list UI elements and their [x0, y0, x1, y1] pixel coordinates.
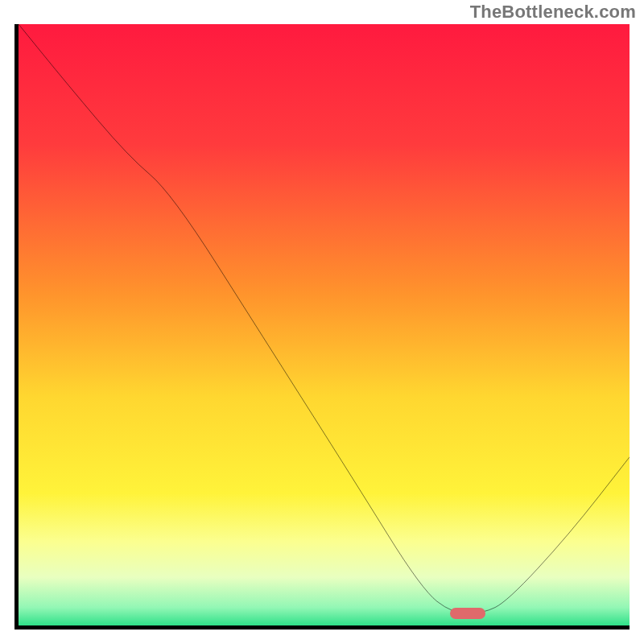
watermark-text: TheBottleneck.com [470, 2, 636, 23]
plot-area [14, 24, 630, 630]
chart-container: TheBottleneck.com [0, 0, 644, 644]
bottleneck-curve [19, 24, 630, 625]
optimal-range-marker [450, 608, 485, 619]
